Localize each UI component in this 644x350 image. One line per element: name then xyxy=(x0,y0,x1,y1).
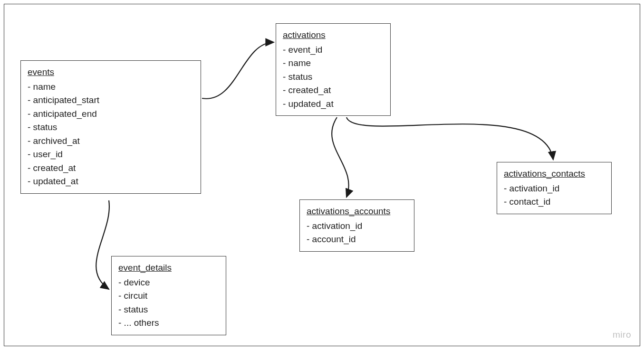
entity-field: - activation_id xyxy=(504,182,605,196)
entity-field: - contact_id xyxy=(504,195,605,209)
entity-field: - anticipated_end xyxy=(28,107,194,121)
entity-events[interactable]: events - name - anticipated_start - anti… xyxy=(20,60,201,194)
entity-field: - status xyxy=(283,70,384,84)
entity-field: - name xyxy=(28,80,194,94)
entity-field: - account_id xyxy=(307,233,407,246)
entity-title: events xyxy=(28,66,194,79)
diagram-canvas[interactable]: events - name - anticipated_start - anti… xyxy=(4,4,640,346)
arrow-events-to-event-details xyxy=(96,200,109,289)
entity-field: - updated_at xyxy=(28,175,194,189)
arrow-activations-to-activations-contacts xyxy=(346,117,553,160)
entity-field: - user_id xyxy=(28,148,194,161)
entity-title: event_details xyxy=(118,261,219,275)
entity-field: - status xyxy=(118,303,219,317)
entity-activations-accounts[interactable]: activations_accounts - activation_id - a… xyxy=(299,199,414,252)
entity-activations[interactable]: activations - event_id - name - status -… xyxy=(276,23,391,116)
entity-field: - event_id xyxy=(283,43,384,57)
entity-field: - name xyxy=(283,57,384,70)
entity-field: - anticipated_start xyxy=(28,94,194,107)
watermark-miro: miro xyxy=(613,330,631,340)
entity-activations-contacts[interactable]: activations_contacts - activation_id - c… xyxy=(497,162,612,214)
entity-field: - activation_id xyxy=(307,219,407,233)
entity-field: - device xyxy=(118,276,219,290)
entity-field: - circuit xyxy=(118,289,219,303)
arrow-activations-to-activations-accounts xyxy=(332,117,349,197)
entity-field: - status xyxy=(28,121,194,134)
entity-event-details[interactable]: event_details - device - circuit - statu… xyxy=(111,256,226,335)
arrow-events-to-activations xyxy=(202,42,274,99)
entity-field: - updated_at xyxy=(283,97,384,111)
entity-field: - ... others xyxy=(118,316,219,330)
entity-field: - created_at xyxy=(283,84,384,97)
entity-title: activations_accounts xyxy=(307,205,407,218)
entity-title: activations_contacts xyxy=(504,167,605,181)
entity-field: - created_at xyxy=(28,161,194,175)
entity-title: activations xyxy=(283,28,384,42)
entity-field: - archived_at xyxy=(28,134,194,148)
